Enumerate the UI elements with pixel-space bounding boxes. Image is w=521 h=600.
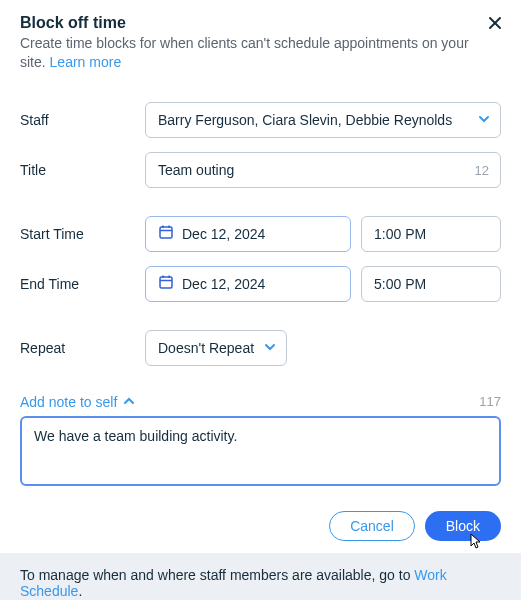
footer-actions: Cancel Block: [0, 503, 521, 553]
note-textarea[interactable]: [20, 416, 501, 486]
calendar-icon: [158, 274, 174, 293]
staff-label: Staff: [20, 112, 145, 128]
title-char-count: 12: [475, 162, 489, 177]
chevron-down-icon: [478, 112, 490, 128]
footer-suffix: .: [78, 583, 82, 599]
end-date-value: Dec 12, 2024: [182, 276, 265, 292]
section-repeat: Repeat Doesn't Repeat: [0, 316, 521, 380]
modal-header: Block off time Create time blocks for wh…: [0, 0, 521, 82]
staff-value: Barry Ferguson, Ciara Slevin, Debbie Rey…: [158, 112, 452, 128]
cancel-label: Cancel: [350, 518, 394, 534]
cursor-icon: [468, 533, 484, 554]
learn-more-link[interactable]: Learn more: [50, 54, 122, 70]
note-char-count: 117: [479, 394, 501, 409]
staff-select[interactable]: Barry Ferguson, Ciara Slevin, Debbie Rey…: [145, 102, 501, 138]
modal-subtitle: Create time blocks for when clients can'…: [20, 34, 470, 72]
end-time-label: End Time: [20, 276, 145, 292]
title-label: Title: [20, 162, 145, 178]
start-date-value: Dec 12, 2024: [182, 226, 265, 242]
repeat-label: Repeat: [20, 340, 145, 356]
section-basic: Staff Barry Ferguson, Ciara Slevin, Debb…: [0, 88, 521, 202]
note-body: [0, 416, 521, 503]
end-date-input[interactable]: Dec 12, 2024: [145, 266, 351, 302]
footer-text: To manage when and where staff members a…: [20, 567, 414, 583]
section-time: Start Time Dec 12, 2024 1:00 PM End Time…: [0, 202, 521, 316]
chevron-up-icon: [123, 394, 135, 410]
note-toggle-label: Add note to self: [20, 394, 117, 410]
start-time-label: Start Time: [20, 226, 145, 242]
start-time-input[interactable]: 1:00 PM: [361, 216, 501, 252]
chevron-down-icon: [264, 340, 276, 356]
calendar-icon: [158, 224, 174, 243]
repeat-value: Doesn't Repeat: [158, 340, 254, 356]
footer-bar: To manage when and where staff members a…: [0, 553, 521, 600]
modal-title: Block off time: [20, 14, 501, 32]
block-label: Block: [446, 518, 480, 534]
end-time-input[interactable]: 5:00 PM: [361, 266, 501, 302]
svg-rect-6: [160, 277, 172, 288]
start-date-input[interactable]: Dec 12, 2024: [145, 216, 351, 252]
block-button[interactable]: Block: [425, 511, 501, 541]
start-time-value: 1:00 PM: [374, 226, 426, 242]
note-header: Add note to self 117: [0, 380, 521, 416]
close-button[interactable]: [485, 14, 505, 34]
repeat-select[interactable]: Doesn't Repeat: [145, 330, 287, 366]
close-icon: [487, 15, 503, 34]
title-value: Team outing: [158, 162, 234, 178]
svg-rect-2: [160, 227, 172, 238]
end-time-value: 5:00 PM: [374, 276, 426, 292]
title-input[interactable]: Team outing: [145, 152, 501, 188]
add-note-toggle[interactable]: Add note to self: [20, 394, 135, 410]
cancel-button[interactable]: Cancel: [329, 511, 415, 541]
